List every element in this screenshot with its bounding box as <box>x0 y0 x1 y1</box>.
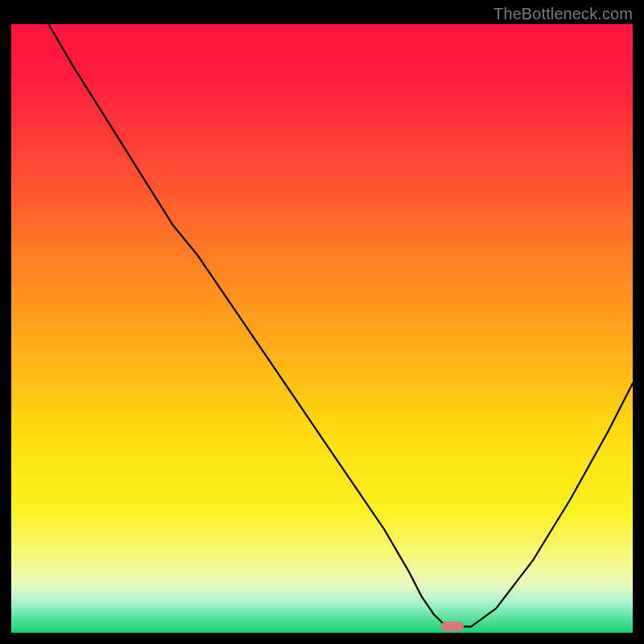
watermark-text: TheBottleneck.com <box>493 5 633 23</box>
chart-frame: TheBottleneck.com <box>0 0 644 644</box>
optimal-marker <box>441 621 464 631</box>
plot-area <box>11 24 633 633</box>
bottleneck-curve <box>11 24 633 633</box>
